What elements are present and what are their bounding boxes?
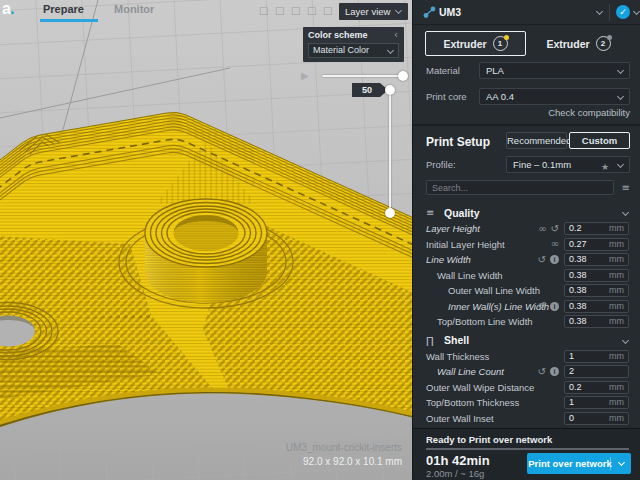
color-scheme-panel: Color scheme ‹ Material Color [303, 27, 404, 62]
settings-menu-icon[interactable]: ≡ [622, 182, 630, 193]
mode-button-custom[interactable]: Custom [569, 132, 630, 149]
material-dropdown[interactable]: PLA [479, 62, 630, 79]
extruder-tab-2[interactable]: Extruder2 [528, 31, 629, 56]
info-icon[interactable]: i [550, 302, 559, 311]
setting-value: 2 [569, 366, 574, 377]
setting-unit: mm [609, 270, 624, 281]
sidebar: UM3 ✓ Extruder1Extruder2 Material PLA Pr… [412, 0, 640, 480]
view-left-icon[interactable]: □ [307, 5, 316, 16]
undo-icon[interactable]: ↺ [538, 367, 546, 377]
view-right-icon[interactable]: □ [323, 5, 332, 16]
layer-slider-top-handle[interactable] [385, 85, 395, 95]
cura-window: a. Prepare Monitor □□□□□ Layer view Colo… [0, 0, 640, 480]
collapse-panel-icon[interactable]: ‹ [394, 29, 398, 40]
color-scheme-value: Material Color [313, 45, 369, 55]
setting-label: Wall Line Width [437, 270, 503, 281]
connected-check-icon[interactable]: ✓ [616, 5, 630, 19]
setting-value-field[interactable]: 0.38mm [564, 315, 629, 328]
view-top-icon[interactable]: □ [291, 5, 300, 16]
setting-value: 0.38 [569, 316, 587, 327]
machine-name[interactable]: UM3 [439, 6, 461, 18]
setting-label: Top/Bottom Thickness [426, 397, 519, 408]
setting-value-field[interactable]: 0.38mm [564, 284, 629, 297]
color-scheme-label: Color scheme [308, 30, 399, 40]
setting-state-icons: ∞↺ [538, 221, 559, 237]
path-slider-track[interactable] [322, 75, 404, 77]
setting-unit: mm [609, 397, 624, 408]
chevron-down-icon [617, 93, 624, 100]
section-title: Shell [444, 334, 469, 346]
extruder-tab-1[interactable]: Extruder1 [425, 31, 526, 56]
extruder-number-icon: 1 [493, 36, 508, 51]
layer-slider-track[interactable] [389, 92, 391, 213]
info-icon[interactable]: i [550, 367, 559, 376]
path-slider-handle[interactable] [398, 71, 408, 81]
status-text: Ready to Print over network [426, 434, 552, 445]
setting-value: 0.38 [569, 285, 587, 296]
setting-value-field[interactable]: 0.27mm [564, 238, 629, 251]
section-header-quality[interactable]: ≡Quality [413, 204, 640, 221]
link-icon[interactable]: ∞ [551, 239, 559, 249]
setting-row-outer-wall-inset: Outer Wall Inset0mm [413, 411, 640, 427]
setting-value-field[interactable]: 0.2mm [564, 381, 629, 394]
extruder-number-icon: 2 [596, 36, 611, 51]
viewport-3d[interactable]: a. Prepare Monitor □□□□□ Layer view Colo… [0, 0, 412, 480]
setting-unit: mm [609, 351, 624, 362]
print-over-network-button[interactable]: Print over network [527, 453, 631, 474]
setting-value-field[interactable]: 0.2mm [564, 222, 629, 235]
tab-monitor[interactable]: Monitor [114, 3, 154, 15]
setting-row-top-bottom-line-width: Top/Bottom Line Width0.38mm [413, 314, 640, 330]
profile-row: Profile: Fine – 0.1mm ★ [413, 156, 640, 174]
setting-unit: mm [609, 316, 624, 327]
setting-row-wall-line-width: Wall Line Width0.38mm [413, 268, 640, 284]
undo-icon[interactable]: ↺ [538, 255, 546, 265]
button-separator [610, 457, 611, 470]
setting-value-field[interactable]: 1mm [564, 396, 629, 409]
undo-icon[interactable]: ↺ [538, 301, 546, 311]
view-front-icon[interactable]: □ [275, 5, 284, 16]
view-mode-dropdown[interactable]: Layer view [339, 3, 408, 20]
section-header-shell[interactable]: ∏Shell [413, 332, 640, 349]
settings-search-input[interactable] [426, 180, 614, 195]
chevron-down-icon[interactable] [633, 8, 640, 15]
printcore-dropdown[interactable]: AA 0.4 [479, 88, 630, 105]
printcore-label: Print core [426, 91, 467, 102]
cura-logo: a. [2, 0, 13, 18]
setting-value: 0.38 [569, 270, 587, 281]
print-button-label: Print over network [527, 453, 613, 474]
material-value: PLA [486, 65, 504, 76]
setting-value: 0.38 [569, 301, 587, 312]
setting-label: Outer Wall Line Width [448, 285, 540, 296]
mode-button-recommended[interactable]: Recommended [506, 132, 567, 149]
info-icon[interactable]: i [550, 255, 559, 264]
layer-slider-bottom-handle[interactable] [385, 208, 395, 218]
setting-value-field[interactable]: 0mm [564, 412, 629, 425]
setting-unit: mm [609, 382, 624, 393]
network-printer-icon [423, 6, 436, 19]
profile-dropdown[interactable]: Fine – 0.1mm ★ [506, 156, 630, 173]
setting-value: 0.2 [569, 382, 582, 393]
tab-prepare[interactable]: Prepare [43, 3, 84, 15]
material-usage-estimate: 2.00m / ~ 16g [426, 468, 484, 479]
settings-list: ≡QualityLayer Height∞↺0.2mmInitial Layer… [413, 202, 640, 428]
setting-label: Line Width [426, 254, 471, 265]
link-icon[interactable]: ∞ [538, 224, 546, 234]
check-compatibility-link[interactable]: Check compatibility [548, 107, 630, 118]
view-3d-icon[interactable]: □ [259, 5, 268, 16]
setting-label: Top/Bottom Line Width [437, 316, 533, 327]
undo-icon[interactable]: ↺ [551, 224, 559, 234]
setting-row-line-width: Line Width↺i0.38mm [413, 252, 640, 268]
setting-row-initial-layer-height: Initial Layer Height∞0.27mm [413, 237, 640, 253]
setting-unit: mm [609, 301, 624, 312]
play-simulation-button[interactable]: ▶ [301, 70, 309, 81]
setting-value-field[interactable]: 0.38mm [564, 300, 629, 313]
top-toolbar: a. Prepare Monitor □□□□□ Layer view [0, 0, 412, 22]
setting-value-field[interactable]: 1mm [564, 350, 629, 363]
setting-value-field[interactable]: 0.38mm [564, 253, 629, 266]
setting-value-field[interactable]: 0.38mm [564, 269, 629, 282]
color-scheme-dropdown[interactable]: Material Color [308, 43, 399, 58]
setting-value-field[interactable]: 2 [564, 365, 629, 378]
extruder-tab-label: Extruder [546, 38, 589, 50]
chevron-down-icon[interactable] [596, 8, 603, 15]
setting-state-icons: ↺i [538, 364, 559, 380]
